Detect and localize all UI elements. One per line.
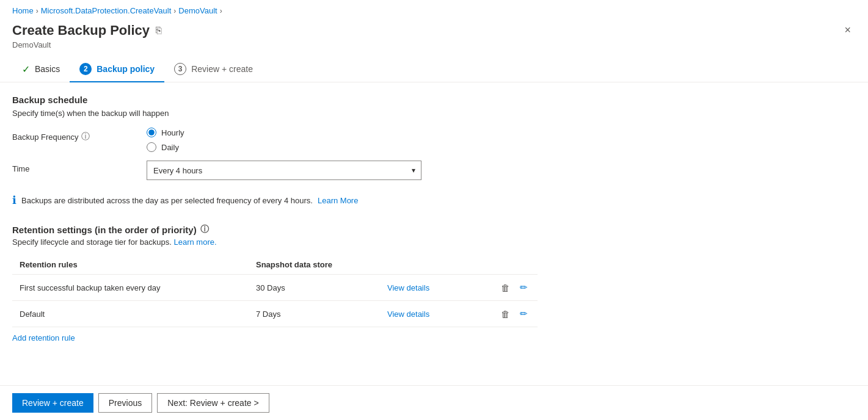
actions-2: 🗑 ✏ [485, 301, 538, 327]
tab-bar: ✓ Basics 2 Backup policy 3 Review + crea… [0, 57, 868, 82]
retention-section: Retention settings (in the order of prio… [12, 224, 538, 342]
next-button[interactable]: Next: Review + create > [157, 393, 269, 404]
backup-schedule-title: Backup schedule [12, 95, 538, 105]
page-header: Create Backup Policy ⎘ × [0, 19, 868, 40]
check-icon: ✓ [22, 63, 30, 75]
details-1: View details [380, 275, 485, 301]
edit-button-1[interactable]: ✏ [517, 281, 530, 294]
backup-frequency-row: Backup Frequency ⓘ Hourly Daily [12, 128, 538, 152]
retention-subtitle: Specify lifecycle and storage tier for b… [12, 237, 538, 247]
view-details-link-2[interactable]: View details [387, 310, 429, 319]
retention-learn-more-link[interactable]: Learn more. [173, 237, 216, 247]
action-icons-1: 🗑 ✏ [492, 281, 530, 294]
snapshot-2: 7 Days [249, 301, 380, 327]
tab-basics[interactable]: ✓ Basics [12, 57, 70, 82]
retention-table: Retention rules Snapshot data store Firs… [12, 255, 538, 327]
time-select[interactable]: Every 1 hour Every 2 hours Every 4 hours… [147, 161, 421, 180]
backup-schedule-subtitle: Specify time(s) when the backup will hap… [12, 109, 538, 118]
radio-hourly-label: Hourly [161, 128, 184, 137]
table-row: First successful backup taken every day … [12, 275, 538, 301]
tab-review-create-label: Review + create [191, 64, 253, 74]
page-subtitle: DemoVault [0, 40, 868, 57]
info-banner: ℹ Backups are distributed across the day… [12, 189, 538, 212]
radio-daily-label: Daily [161, 143, 179, 152]
view-details-link-1[interactable]: View details [387, 283, 429, 292]
time-row: Time Every 1 hour Every 2 hours Every 4 … [12, 161, 538, 180]
main-content: Backup schedule Specify time(s) when the… [0, 82, 550, 404]
edit-button-2[interactable]: ✏ [517, 307, 530, 320]
close-button[interactable]: × [839, 21, 856, 39]
frequency-label: Backup Frequency ⓘ [12, 128, 147, 142]
previous-button[interactable]: Previous [98, 393, 152, 404]
col-header-rules: Retention rules [12, 255, 249, 275]
delete-button-2[interactable]: 🗑 [498, 308, 512, 320]
clipboard-icon[interactable]: ⎘ [156, 25, 162, 36]
tab-badge-2: 2 [79, 63, 92, 75]
info-text: Backups are distributed across the day a… [21, 196, 313, 205]
retention-info-icon[interactable]: ⓘ [200, 224, 209, 235]
time-select-wrapper: Every 1 hour Every 2 hours Every 4 hours… [147, 161, 538, 180]
col-header-actions [485, 255, 538, 275]
tab-backup-policy[interactable]: 2 Backup policy [70, 57, 164, 82]
details-2: View details [380, 301, 485, 327]
actions-1: 🗑 ✏ [485, 275, 538, 301]
breadcrumb-home[interactable]: Home [12, 6, 34, 15]
rule-name-1: First successful backup taken every day [12, 275, 249, 301]
table-row: Default 7 Days View details 🗑 ✏ [12, 301, 538, 327]
review-create-button[interactable]: Review + create [12, 393, 93, 404]
delete-button-1[interactable]: 🗑 [498, 281, 512, 294]
radio-daily[interactable]: Daily [147, 142, 538, 152]
tab-review-create[interactable]: 3 Review + create [164, 57, 263, 82]
time-label: Time [12, 161, 147, 173]
tab-badge-3: 3 [174, 63, 186, 75]
radio-hourly-input[interactable] [147, 128, 156, 137]
breadcrumb-create-vault[interactable]: Microsoft.DataProtection.CreateVault [41, 6, 172, 15]
time-dropdown[interactable]: Every 1 hour Every 2 hours Every 4 hours… [147, 161, 421, 180]
breadcrumb-demo-vault[interactable]: DemoVault [178, 6, 217, 15]
page-title: Create Backup Policy [12, 23, 150, 38]
frequency-info-icon[interactable]: ⓘ [81, 131, 90, 142]
add-retention-rule-link[interactable]: Add retention rule [12, 333, 75, 342]
action-icons-2: 🗑 ✏ [492, 307, 530, 320]
snapshot-1: 30 Days [249, 275, 380, 301]
breadcrumb: Home › Microsoft.DataProtection.CreateVa… [0, 0, 868, 19]
info-circle-icon: ℹ [12, 194, 16, 207]
backup-schedule-section: Backup schedule Specify time(s) when the… [12, 95, 538, 212]
footer: Review + create Previous Next: Review + … [0, 385, 868, 404]
learn-more-link[interactable]: Learn More [318, 196, 358, 205]
frequency-radio-group: Hourly Daily [147, 128, 538, 152]
retention-title: Retention settings (in the order of prio… [12, 224, 538, 235]
radio-daily-input[interactable] [147, 142, 156, 152]
col-header-snapshot: Snapshot data store [249, 255, 380, 275]
tab-basics-label: Basics [35, 64, 60, 74]
radio-hourly[interactable]: Hourly [147, 128, 538, 137]
tab-backup-policy-label: Backup policy [97, 64, 155, 74]
rule-name-2: Default [12, 301, 249, 327]
col-header-details [380, 255, 485, 275]
